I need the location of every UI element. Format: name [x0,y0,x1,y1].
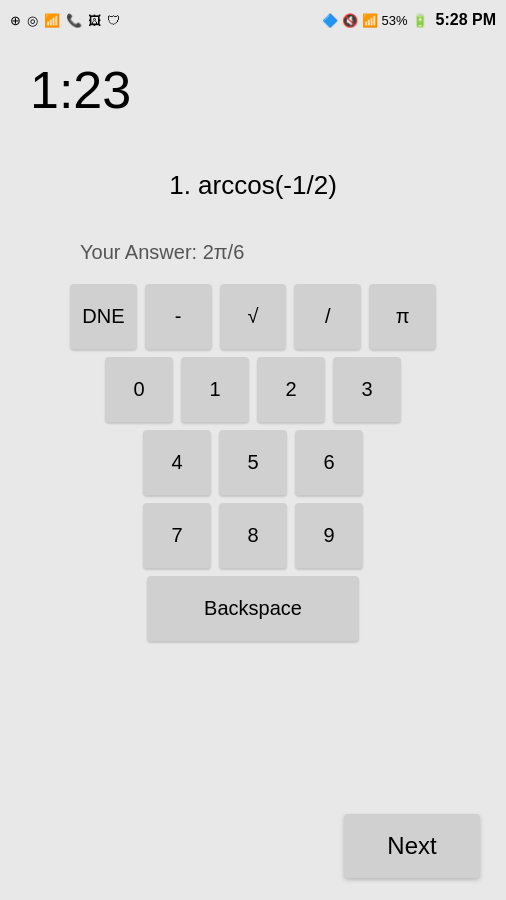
status-time: 5:28 PM [436,11,496,29]
key-sqrt-button[interactable]: √ [220,284,287,349]
battery-percent: 53% [382,13,408,28]
key-5-button[interactable]: 5 [219,430,287,495]
bluetooth-icon: 🔷 [322,13,338,28]
phone-icon: 📞 [66,13,82,28]
signal-icon: 📶 [362,13,378,28]
next-button[interactable]: Next [344,814,480,878]
battery-icon: 🔋 [412,13,428,28]
key-2-button[interactable]: 2 [257,357,325,422]
image-icon: 🖼 [88,13,101,28]
key-4-button[interactable]: 4 [143,430,211,495]
answer-display: Your Answer: 2π/6 [0,231,506,284]
key-6-button[interactable]: 6 [295,430,363,495]
add-icon: ⊕ [10,13,21,28]
circle-icon: ◎ [27,13,38,28]
status-bar: ⊕ ◎ 📶 📞 🖼 🛡 🔷 🔇 📶 53% 🔋 5:28 PM [0,0,506,40]
key-minus-button[interactable]: - [145,284,212,349]
key-dne-button[interactable]: DNE [70,284,137,349]
wifi-icon: 📶 [44,13,60,28]
shield-icon: 🛡 [107,13,120,28]
status-icons-left: ⊕ ◎ 📶 📞 🖼 🛡 [10,13,120,28]
key-7-button[interactable]: 7 [143,503,211,568]
key-8-button[interactable]: 8 [219,503,287,568]
key-slash-button[interactable]: / [294,284,361,349]
timer-display: 1:23 [0,40,506,130]
keypad-row-4: 7 8 9 [70,503,436,568]
keypad-row-1: DNE - √ / π [70,284,436,349]
status-icons-right: 🔷 🔇 📶 53% 🔋 5:28 PM [322,11,497,29]
key-9-button[interactable]: 9 [295,503,363,568]
keypad: DNE - √ / π 0 1 2 3 4 5 6 7 8 9 Backspac… [0,284,506,641]
question-container: 1. arccos(-1/2) [0,130,506,231]
backspace-button[interactable]: Backspace [147,576,359,641]
key-pi-button[interactable]: π [369,284,436,349]
keypad-row-backspace: Backspace [70,576,436,641]
key-1-button[interactable]: 1 [181,357,249,422]
keypad-row-2: 0 1 2 3 [70,357,436,422]
question-text: 1. arccos(-1/2) [169,170,337,201]
mute-icon: 🔇 [342,13,358,28]
key-0-button[interactable]: 0 [105,357,173,422]
keypad-row-3: 4 5 6 [70,430,436,495]
key-3-button[interactable]: 3 [333,357,401,422]
